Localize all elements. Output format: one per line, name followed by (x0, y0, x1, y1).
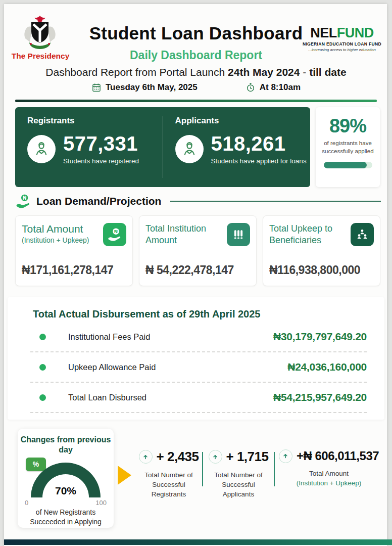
applied-rate-card: 89% of registrants have successfully app… (316, 107, 380, 187)
gauge-scale: 0 100 (25, 499, 107, 507)
nelfund-logo: NELFUND NIGERIAN EDUCATION LOAN FUND ...… (302, 26, 382, 52)
section-title: Loan Demand/Projection (36, 195, 161, 207)
changes-gauge-card: Changes from previous day % 70% 0 100 of… (18, 429, 114, 528)
card-title: Total Institution Amount (145, 223, 222, 246)
disbursement-panel: Total Actual Disbursement as of 29th Apr… (8, 297, 384, 420)
gauge-min: 0 (25, 499, 28, 507)
stat-caption: Total Number of Successful Applicants (207, 471, 270, 499)
bullet-icon (39, 394, 46, 401)
disbursement-title: Total Actual Disbursement as of 29th Apr… (33, 308, 384, 320)
bullet-icon (39, 334, 46, 340)
group-icon (351, 223, 374, 246)
card-total-amount: Total Amount (Institution + Upkeep) ₦ ₦1… (15, 215, 133, 286)
registrants-block: Registrants 577,331 Students have regist… (15, 107, 163, 187)
up-arrow-icon (139, 450, 153, 464)
gauge: % 70% (28, 462, 104, 497)
registrants-count: 577,331 (63, 133, 139, 154)
gauge-caption-line2: Succeeded in Applying (18, 518, 114, 526)
card-value: ₦171,161,278,147 (22, 263, 113, 277)
bottom-accent-bar (4, 539, 392, 545)
hand-coin-icon: ₦ (103, 223, 126, 246)
svg-text:₦: ₦ (23, 195, 27, 201)
stat-value: + 2,435 (157, 449, 199, 465)
stat-caption: Total Number of Successful Registrants (139, 471, 198, 499)
applied-rate-value: 89% (316, 115, 380, 137)
row-value: ₦54,215,957,649.20 (273, 391, 367, 403)
report-meta-row: Tuesday 6th May, 2025 At 8:10am (0, 82, 392, 93)
card-title: Total Upkeep to Beneficiaries (269, 223, 346, 246)
columns-icon (227, 223, 250, 246)
applied-progress-track (324, 162, 372, 168)
disbursement-row: Institutional Fees Paid ₦30,179,797,649.… (30, 322, 367, 352)
registrants-caption: Students have registered (63, 157, 139, 165)
nelfund-tagline: ...increasing access to higher education (302, 48, 382, 52)
report-range-line: Dashboard Report from Portal Launch 24th… (0, 66, 392, 78)
card-value: ₦ 54,222,478,147 (145, 263, 234, 277)
row-label: Total Loan Disbursed (68, 393, 146, 402)
loan-demand-section-header: ₦ Loan Demand/Projection (15, 193, 381, 209)
disbursement-row: Upkeep Allowance Paid ₦24,036,160,000 (30, 352, 367, 383)
registrants-label: Registrants (27, 116, 163, 126)
daily-change-stats: + 2,435 Total Number of Successful Regis… (135, 449, 384, 499)
row-value: ₦24,036,160,000 (287, 361, 367, 373)
disbursement-row: Total Loan Disbursed ₦54,215,957,649.20 (30, 383, 367, 413)
up-arrow-icon (279, 449, 292, 463)
up-arrow-icon (209, 450, 222, 464)
yellow-arrow-icon (118, 466, 131, 485)
applied-progress-fill (324, 162, 367, 168)
card-upkeep-beneficiaries: Total Upkeep to Beneficiaries ₦116,938,8… (263, 215, 380, 286)
row-label: Upkeep Allowance Paid (68, 362, 156, 372)
applicants-block: Applicants 518,261 Students have applied… (163, 107, 311, 187)
applicants-caption: Students have applied for loans (211, 157, 307, 165)
stat-caption: Total Amount (279, 469, 379, 479)
summary-panel: Registrants 577,331 Students have regist… (15, 107, 310, 187)
stat-caption-secondary: (Institution + Upkeep) (279, 479, 379, 488)
applicant-student-icon (175, 135, 204, 163)
stat-value: +₦ 606,011,537 (297, 449, 379, 463)
row-label: Institutional Fees Paid (68, 332, 150, 342)
header-divider (15, 100, 377, 102)
svg-text:₦: ₦ (114, 229, 118, 234)
section-rule (170, 201, 381, 202)
row-value: ₦30,179,797,649.20 (273, 331, 367, 343)
stat-applicants-change: + 1,715 Total Number of Successful Appli… (203, 449, 274, 499)
stat-amount-change: +₦ 606,011,537 Total Amount (Institution… (275, 449, 383, 488)
hand-coin-icon: ₦ (15, 193, 31, 209)
stat-value: + 1,715 (226, 449, 269, 465)
registrant-student-icon (27, 135, 56, 163)
nelfund-wordmark: NELFUND (302, 26, 382, 40)
changes-title: Changes from previous day (18, 435, 114, 455)
gauge-caption-line1: of New Registrants (18, 508, 114, 516)
gauge-value: 70% (28, 485, 104, 497)
loan-demand-cards: Total Amount (Institution + Upkeep) ₦ ₦1… (15, 215, 380, 286)
report-time: At 8:10am (246, 82, 301, 93)
report-date: Tuesday 6th May, 2025 (91, 82, 198, 93)
card-institution-amount: Total Institution Amount ₦ 54,222,478,14… (139, 215, 257, 286)
percent-badge-icon: % (26, 458, 46, 471)
applicants-count: 518,261 (211, 133, 307, 154)
applied-rate-caption: of registrants have successfully applied (316, 140, 380, 155)
stat-registrants-change: + 2,435 Total Number of Successful Regis… (135, 449, 202, 499)
calendar-icon (91, 82, 102, 93)
stopwatch-icon (246, 82, 256, 93)
applicants-label: Applicants (175, 116, 311, 126)
nelfund-org-name: NIGERIAN EDUCATION LOAN FUND (302, 41, 382, 47)
gauge-max: 100 (95, 499, 107, 507)
card-value: ₦116,938,800,000 (269, 263, 360, 277)
bullet-icon (39, 364, 46, 371)
